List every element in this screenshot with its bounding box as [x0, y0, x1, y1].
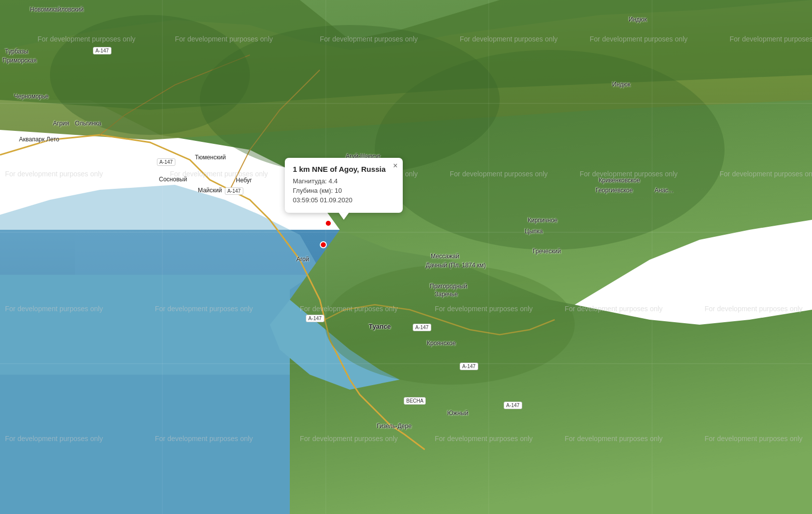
city-label: Ольгинка [75, 120, 101, 127]
road-label: А-147 [460, 363, 478, 370]
city-label: Пригородный [430, 283, 467, 290]
earthquake-marker[interactable] [325, 220, 332, 227]
road-label: А-147 [504, 402, 522, 409]
city-label: Георгиевское [596, 187, 633, 194]
road-label: А-147 [413, 324, 431, 331]
city-label: Кирпичное [528, 217, 558, 224]
road-label: А-147 [306, 315, 324, 322]
city-label: Заречье [435, 291, 458, 298]
city-label: Тюменский [195, 154, 226, 161]
city-label: Турбазы [5, 48, 28, 55]
city-label: Аквапарк Лето [19, 136, 59, 143]
popup-title: 1 km NNE of Agoy, Russia [293, 165, 395, 173]
city-label: Туапсе [369, 323, 391, 330]
city-label: Приморская [2, 57, 36, 64]
popup-magnitude: Магнитуда: 4.4 [293, 177, 395, 185]
road-label: А-147 [93, 47, 111, 54]
road-label: А-147 [225, 187, 243, 195]
city-label: Черноморье [14, 93, 48, 100]
map-container: For development purposes onlyFor develop… [0, 0, 812, 514]
city-label: Агрия [53, 120, 69, 127]
city-label: Новомихайловский [30, 6, 83, 13]
city-label: Южный [447, 410, 468, 417]
city-label: Мессажай [431, 253, 459, 260]
popup-close-button[interactable]: × [393, 162, 398, 170]
city-label: Греческий [533, 248, 561, 255]
city-label: Индюк [612, 81, 631, 88]
city-label: Небуг [236, 177, 252, 184]
city-label: Индюк [629, 16, 647, 23]
road-label: А-147 [157, 158, 175, 166]
popup-time: 03:59:05 01.09.2020 [293, 196, 395, 204]
city-label: Агой [296, 256, 309, 263]
city-label: Сосновый [159, 176, 187, 183]
city-label: Цыпка [525, 228, 543, 235]
map-background [0, 0, 812, 514]
popup-depth: Глубина (км): 10 [293, 187, 395, 194]
city-label: Анас... [655, 187, 673, 194]
city-label: Гизель-Дере [377, 423, 412, 430]
city-label: Майский [198, 187, 222, 194]
road-label: ВЕСНА [404, 397, 426, 405]
earthquake-popup: × 1 km NNE of Agoy, Russia Магнитуда: 4.… [285, 158, 403, 213]
city-label: Кроянское [427, 340, 456, 347]
city-label: Дачный (Пл. 1874 км) [426, 262, 486, 269]
earthquake-marker[interactable] [320, 241, 327, 248]
city-label: Кривенковское [599, 177, 640, 184]
